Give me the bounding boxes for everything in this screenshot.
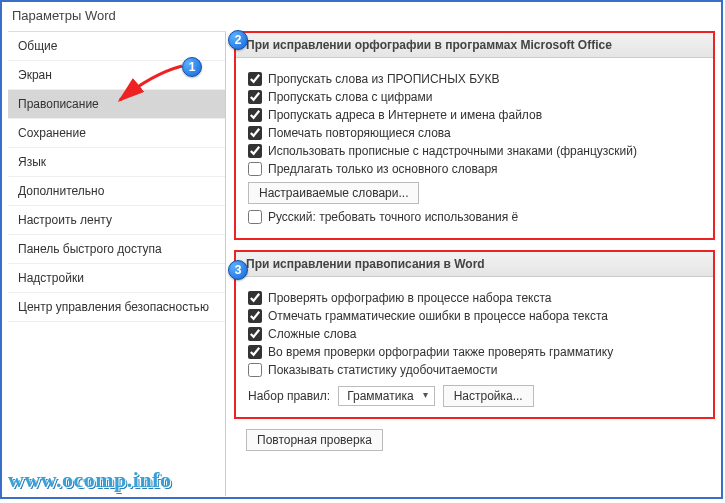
lbl-spelling-as-type: Проверять орфографию в процессе набора т… <box>268 291 552 305</box>
sidebar-item-quick-access[interactable]: Панель быстрого доступа <box>8 235 225 264</box>
lbl-russian-yo: Русский: требовать точного использования… <box>268 210 518 224</box>
lbl-grammar-as-type: Отмечать грамматические ошибки в процесс… <box>268 309 608 323</box>
chk-main-dict[interactable] <box>248 162 262 176</box>
lbl-readability: Показывать статистику удобочитаемости <box>268 363 497 377</box>
group-word-proofing: При исправлении правописания в Word Пров… <box>234 250 715 419</box>
chk-russian-yo[interactable] <box>248 210 262 224</box>
main-panel: При исправлении орфографии в программах … <box>226 31 721 496</box>
lbl-french: Использовать прописные с надстрочными зн… <box>268 144 637 158</box>
chk-compound-words[interactable] <box>248 327 262 341</box>
group-office-spelling-title: При исправлении орфографии в программах … <box>236 33 713 58</box>
lbl-grammar-with-spelling: Во время проверки орфографии также прове… <box>268 345 613 359</box>
ruleset-settings-button[interactable]: Настройка... <box>443 385 534 407</box>
lbl-repeated: Помечать повторяющиеся слова <box>268 126 451 140</box>
group-office-spelling: При исправлении орфографии в программах … <box>234 31 715 240</box>
chk-readability[interactable] <box>248 363 262 377</box>
lbl-internet: Пропускать адреса в Интернете и имена фа… <box>268 108 542 122</box>
custom-dictionaries-button[interactable]: Настраиваемые словари... <box>248 182 419 204</box>
chk-numbers[interactable] <box>248 90 262 104</box>
lbl-main-dict: Предлагать только из основного словаря <box>268 162 497 176</box>
ruleset-select[interactable]: Грамматика <box>338 386 434 406</box>
window-title: Параметры Word <box>2 2 721 31</box>
annotation-badge-2: 2 <box>228 30 248 50</box>
sidebar-item-addins[interactable]: Надстройки <box>8 264 225 293</box>
chk-grammar-with-spelling[interactable] <box>248 345 262 359</box>
sidebar-item-proofing[interactable]: Правописание <box>8 90 225 119</box>
chk-spelling-as-type[interactable] <box>248 291 262 305</box>
annotation-badge-1: 1 <box>182 57 202 77</box>
lbl-numbers: Пропускать слова с цифрами <box>268 90 432 104</box>
recheck-button[interactable]: Повторная проверка <box>246 429 383 451</box>
group-word-proofing-title: При исправлении правописания в Word <box>236 252 713 277</box>
ruleset-label: Набор правил: <box>248 389 330 403</box>
lbl-compound-words: Сложные слова <box>268 327 356 341</box>
lbl-uppercase: Пропускать слова из ПРОПИСНЫХ БУКВ <box>268 72 499 86</box>
sidebar-item-trust-center[interactable]: Центр управления безопасностью <box>8 293 225 322</box>
chk-french[interactable] <box>248 144 262 158</box>
sidebar-item-advanced[interactable]: Дополнительно <box>8 177 225 206</box>
chk-grammar-as-type[interactable] <box>248 309 262 323</box>
sidebar-item-save[interactable]: Сохранение <box>8 119 225 148</box>
chk-internet[interactable] <box>248 108 262 122</box>
chk-repeated[interactable] <box>248 126 262 140</box>
annotation-badge-3: 3 <box>228 260 248 280</box>
chk-uppercase[interactable] <box>248 72 262 86</box>
sidebar-item-customize-ribbon[interactable]: Настроить ленту <box>8 206 225 235</box>
watermark: www.ocomp.info <box>8 467 171 493</box>
sidebar: Общие Экран Правописание Сохранение Язык… <box>8 31 226 496</box>
sidebar-item-language[interactable]: Язык <box>8 148 225 177</box>
